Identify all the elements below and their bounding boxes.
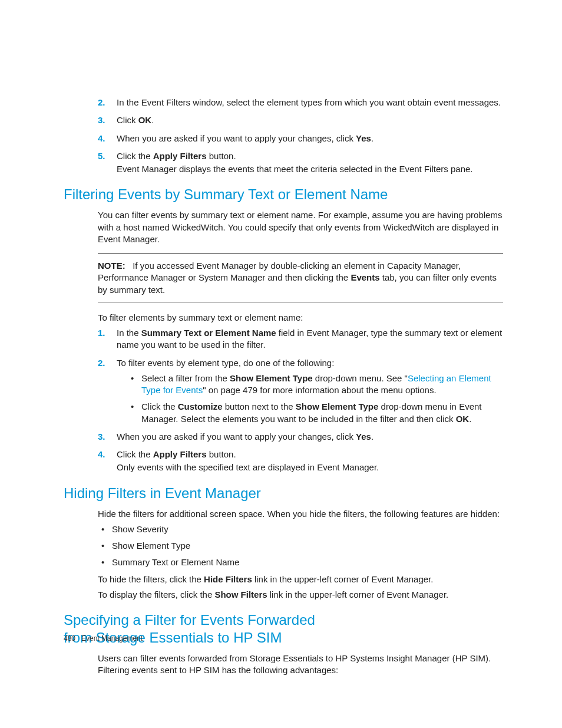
list-item: Summary Text or Element Name xyxy=(98,556,503,568)
step-list-top: In the Event Filters window, select the … xyxy=(98,97,503,175)
list-item: Show Severity xyxy=(98,523,503,535)
step-list-filter: In the Summary Text or Element Name fiel… xyxy=(98,327,503,474)
list-item: Show Element Type xyxy=(98,540,503,552)
intro-paragraph: Hide the filters for additional screen s… xyxy=(98,508,503,520)
note-block: NOTE: If you accessed Event Manager by d… xyxy=(98,253,503,302)
chapter-name: Event Management xyxy=(81,634,143,643)
step-3: Click OK. xyxy=(98,114,503,126)
step-2: In the Event Filters window, select the … xyxy=(98,97,503,108)
note-text: NOTE: If you accessed Event Manager by d… xyxy=(98,261,497,295)
step-text: When you are asked if you want to apply … xyxy=(117,431,373,442)
page-footer: 480 Event Management xyxy=(64,634,143,643)
step-followup: Event Manager displays the events that m… xyxy=(117,163,503,175)
filter-step-1: In the Summary Text or Element Name fiel… xyxy=(98,327,503,351)
step-followup: Only events with the specified text are … xyxy=(117,462,503,473)
nested-bullets: Select a filter from the Show Element Ty… xyxy=(127,373,503,425)
lead-text: To filter elements by summary text or el… xyxy=(98,312,503,324)
step-text: When you are asked if you want to apply … xyxy=(117,133,373,143)
intro-paragraph: Users can filter events forwarded from S… xyxy=(98,653,503,677)
step-text: To filter events by element type, do one… xyxy=(117,358,334,368)
intro-paragraph: You can filter events by summary text or… xyxy=(98,209,503,245)
show-filters-paragraph: To display the filters, click the Show F… xyxy=(98,589,503,601)
step-text: In the Summary Text or Element Name fiel… xyxy=(117,328,502,350)
step-text: Click OK. xyxy=(117,115,154,125)
step-text: Click the Apply Filters button. xyxy=(117,151,236,161)
step-5: Click the Apply Filters button. Event Ma… xyxy=(98,150,503,176)
heading-filtering-summary: Filtering Events by Summary Text or Elem… xyxy=(64,186,503,203)
heading-hiding-filters: Hiding Filters in Event Manager xyxy=(64,485,503,502)
nested-bullet-1: Select a filter from the Show Element Ty… xyxy=(127,373,503,397)
filter-step-3: When you are asked if you want to apply … xyxy=(98,431,503,443)
step-4: When you are asked if you want to apply … xyxy=(98,133,503,144)
step-text: In the Event Filters window, select the … xyxy=(117,97,501,107)
bullet-text: Click the Customize button next to the S… xyxy=(141,401,482,423)
filter-step-2: To filter events by element type, do one… xyxy=(98,357,503,425)
filter-step-4: Click the Apply Filters button. Only eve… xyxy=(98,449,503,474)
nested-bullet-2: Click the Customize button next to the S… xyxy=(127,401,503,425)
page-number: 480 xyxy=(64,634,75,643)
hidden-features-list: Show Severity Show Element Type Summary … xyxy=(98,523,503,569)
hide-filters-paragraph: To hide the filters, click the Hide Filt… xyxy=(98,574,503,585)
step-text: Click the Apply Filters button. xyxy=(117,449,236,459)
bullet-text: Select a filter from the Show Element Ty… xyxy=(141,373,491,395)
page: In the Event Filters window, select the … xyxy=(0,0,562,728)
